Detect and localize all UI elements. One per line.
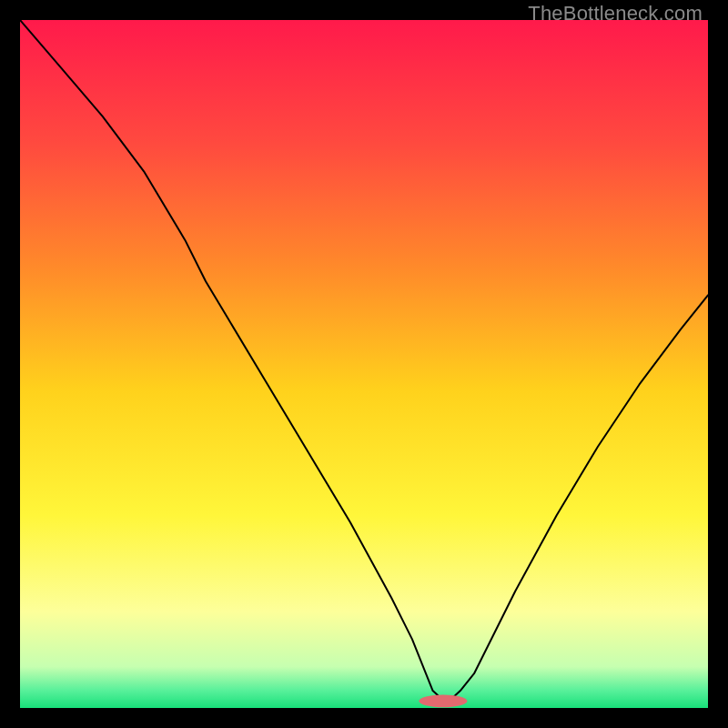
gradient-background (20, 20, 708, 708)
min-region-pill (419, 695, 467, 708)
watermark-text: TheBottleneck.com (528, 2, 703, 25)
chart-svg (20, 20, 708, 708)
outer-black-frame: TheBottleneck.com (0, 0, 728, 728)
chart-plot-area (20, 20, 708, 708)
